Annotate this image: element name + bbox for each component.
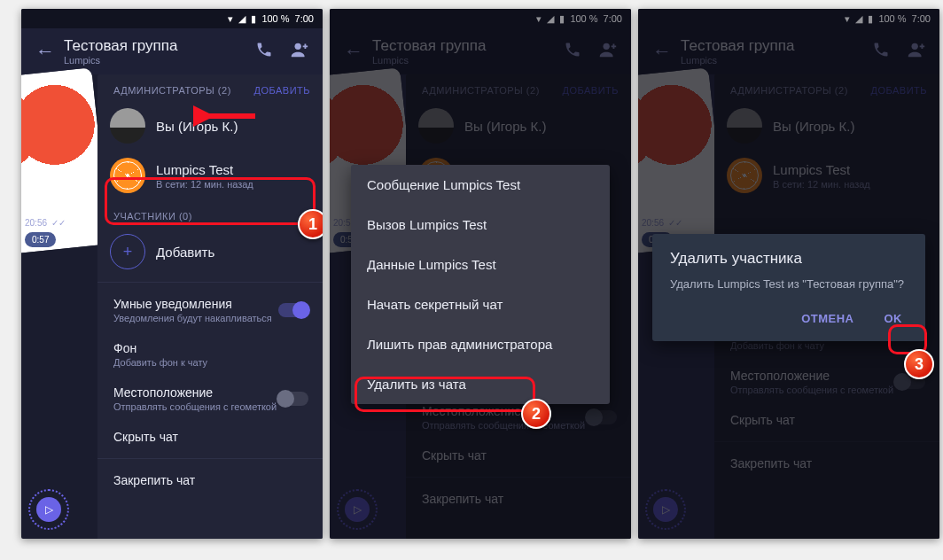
admin-status: В сети: 12 мин. назад [156, 179, 253, 190]
annotation-step-1: 1 [298, 209, 323, 239]
ctx-message[interactable]: Сообщение Lumpics Test [351, 165, 610, 205]
setting-location[interactable]: Местоположение Отправлять сообщения с ге… [97, 377, 323, 421]
ctx-secret-chat[interactable]: Начать секретный чат [351, 284, 610, 324]
setting-title: Фон [113, 341, 308, 355]
dialog-body: Удалить Lumpics Test из "Тестовая группа… [670, 276, 908, 292]
add-member-button[interactable]: + Добавить [97, 227, 323, 276]
setting-pin-chat[interactable]: Закрепить чат [97, 464, 323, 496]
dialog-title: Удалить участника [670, 250, 908, 268]
screen-2: ▾ ◢ ▮ 100 % 7:00 ← Тестовая группа Lumpi… [330, 9, 631, 539]
voice-msg-duration: 0:57 [25, 232, 56, 247]
cancel-button[interactable]: ОТМЕНА [796, 305, 859, 332]
toggle-off[interactable] [278, 392, 308, 406]
info-panel: АДМИНИСТРАТОРЫ (2) ДОБАВИТЬ Вы (Игорь К.… [97, 74, 323, 539]
admin-name: Lumpics Test [156, 162, 253, 177]
annotation-arrow [193, 105, 257, 128]
context-menu: Сообщение Lumpics Test Вызов Lumpics Tes… [351, 165, 610, 404]
members-section-label: УЧАСТНИКИ (0) [113, 211, 192, 222]
setting-title: Умные уведомления [113, 297, 278, 311]
add-member-label: Добавить [156, 245, 214, 260]
setting-subtitle: Уведомления будут накапливаться [113, 313, 278, 323]
ctx-revoke-admin[interactable]: Лишить прав администратора [351, 324, 610, 364]
back-icon[interactable]: ← [27, 40, 64, 63]
ctx-remove-from-chat[interactable]: Удалить из чата [351, 364, 610, 404]
setting-smart-notifications[interactable]: Умные уведомления Уведомления будут нака… [97, 288, 323, 332]
status-bar: ▾ ◢ ▮ 100 % 7:00 [21, 9, 323, 28]
toggle-on[interactable] [278, 303, 308, 317]
plus-icon: + [110, 234, 145, 269]
chat-subtitle: Lumpics [64, 55, 246, 66]
play-icon: ▷ [36, 497, 61, 522]
confirm-dialog: Удалить участника Удалить Lumpics Test и… [652, 234, 925, 341]
chat-title: Тестовая группа [64, 37, 246, 55]
clock: 7:00 [295, 13, 314, 24]
svg-point-0 [295, 43, 301, 49]
battery-percent: 100 % [261, 13, 289, 24]
avatar [110, 158, 145, 193]
ok-button[interactable]: OK [879, 305, 908, 332]
msg-timestamp: 20:56 ✓✓ [25, 218, 66, 228]
screen-1: ▾ ◢ ▮ 100 % 7:00 ← Тестовая группа Lumpi… [21, 9, 323, 539]
call-icon[interactable] [246, 41, 282, 63]
setting-hide-chat[interactable]: Скрыть чат [97, 421, 323, 453]
setting-subtitle: Отправлять сообщения с геометкой [113, 401, 278, 412]
app-header: ← Тестовая группа Lumpics [21, 28, 323, 74]
add-person-icon[interactable] [282, 40, 317, 64]
setting-title: Местоположение [113, 385, 278, 400]
annotation-step-2: 2 [521, 399, 551, 429]
fab-play[interactable]: ▷ [28, 489, 69, 530]
ctx-call[interactable]: Вызов Lumpics Test [351, 205, 610, 245]
ctx-info[interactable]: Данные Lumpics Test [351, 245, 610, 284]
admins-section-label: АДМИНИСТРАТОРЫ (2) [113, 85, 231, 96]
setting-background[interactable]: Фон Добавить фон к чату [97, 332, 323, 377]
screen-3: ▾ ◢ ▮ 100 % 7:00 ← Тестовая группа Lumpi… [638, 9, 939, 539]
chat-background-image [21, 67, 110, 259]
setting-title: Закрепить чат [113, 473, 195, 487]
admin-row-lumpics[interactable]: Lumpics Test В сети: 12 мин. назад [97, 151, 323, 200]
wifi-icon: ▾ [228, 13, 233, 25]
setting-subtitle: Добавить фон к чату [113, 357, 282, 368]
avatar [110, 108, 145, 144]
setting-title: Скрыть чат [113, 430, 178, 444]
signal-icon: ◢ [238, 13, 245, 25]
annotation-step-3: 3 [904, 349, 934, 379]
add-admin-link[interactable]: ДОБАВИТЬ [253, 85, 310, 96]
battery-icon: ▮ [251, 13, 256, 25]
